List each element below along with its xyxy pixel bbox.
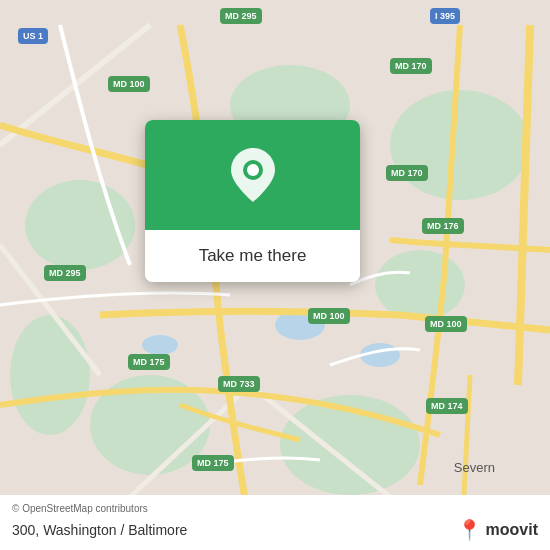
- route-md100-top: MD 100: [108, 76, 150, 92]
- route-md170-top: MD 170: [390, 58, 432, 74]
- route-md174: MD 174: [426, 398, 468, 414]
- svg-point-6: [10, 315, 90, 435]
- route-md175-bot: MD 175: [192, 455, 234, 471]
- svg-point-15: [247, 164, 259, 176]
- bottom-bar: © OpenStreetMap contributors 300, Washin…: [0, 495, 550, 550]
- location-number: 300: [12, 522, 35, 538]
- take-me-there-button[interactable]: Take me there: [145, 230, 360, 282]
- popup-card: Take me there: [145, 120, 360, 282]
- location-info: 300, Washington / Baltimore 📍 moovit: [12, 518, 538, 542]
- route-md100-right: MD 100: [425, 316, 467, 332]
- route-md295: MD 295: [44, 265, 86, 281]
- svg-point-2: [375, 250, 465, 320]
- svg-point-1: [390, 90, 530, 200]
- location-city: Washington / Baltimore: [43, 522, 187, 538]
- route-md295-top: MD 295: [220, 8, 262, 24]
- location-pin-icon: [231, 148, 275, 202]
- severn-label: Severn: [454, 460, 495, 475]
- svg-point-3: [25, 180, 135, 270]
- attribution-text: © OpenStreetMap contributors: [12, 503, 538, 514]
- route-md170-mid: MD 170: [386, 165, 428, 181]
- route-md176: MD 176: [422, 218, 464, 234]
- location-text: 300, Washington / Baltimore: [12, 522, 187, 538]
- svg-point-9: [142, 335, 178, 355]
- map-container: US 1 MD 295 I 395 MD 100 MD 170 MD 170 M…: [0, 0, 550, 550]
- moovit-pin-icon: 📍: [457, 518, 482, 542]
- route-md733: MD 733: [218, 376, 260, 392]
- route-md100-mid: MD 100: [308, 308, 350, 324]
- moovit-brand-text: moovit: [486, 521, 538, 539]
- popup-header: [145, 120, 360, 230]
- moovit-logo: 📍 moovit: [457, 518, 538, 542]
- route-i395: I 395: [430, 8, 460, 24]
- route-us1: US 1: [18, 28, 48, 44]
- route-md175: MD 175: [128, 354, 170, 370]
